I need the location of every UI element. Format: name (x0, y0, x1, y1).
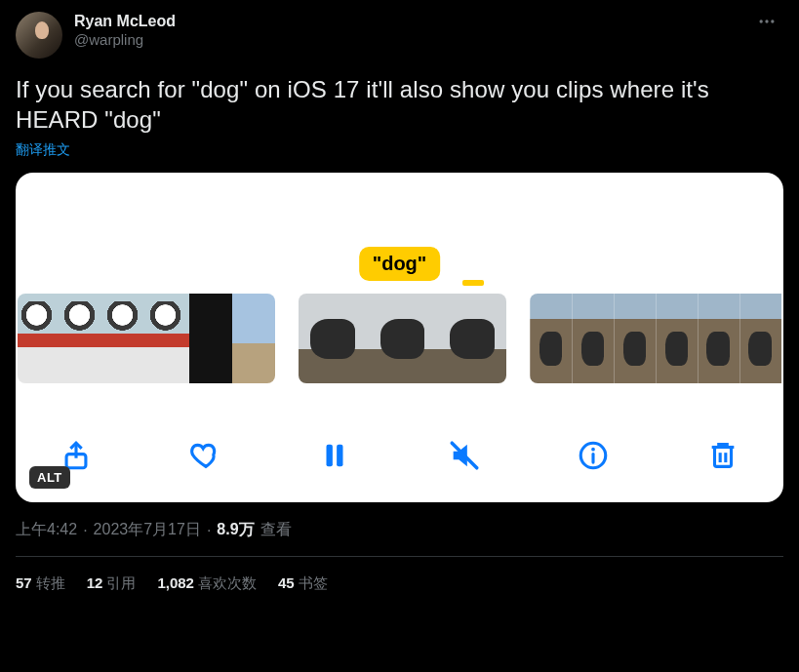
clip-frame (437, 294, 506, 383)
pause-button[interactable] (311, 432, 358, 479)
retweets-label: 转推 (36, 574, 65, 591)
clip-3[interactable] (530, 294, 781, 383)
clip-frame (146, 294, 189, 383)
clip-2[interactable] (299, 294, 507, 383)
quotes-stat[interactable]: 12引用 (87, 574, 137, 593)
quotes-count: 12 (87, 574, 103, 591)
views-count: 8.9万 (217, 520, 254, 540)
alt-badge[interactable]: ALT (29, 466, 70, 489)
clip-frame (368, 294, 437, 383)
svg-point-2 (771, 20, 774, 22)
filmstrip (16, 294, 783, 383)
trash-icon (706, 439, 739, 472)
info-icon (577, 439, 610, 472)
translate-link[interactable]: 翻译推文 (16, 141, 70, 159)
media-toolbar (16, 432, 783, 479)
clip-frame (698, 294, 739, 383)
author-block[interactable]: Ryan McLeod @warpling (74, 12, 739, 50)
more-icon (757, 12, 777, 31)
dot: · (207, 522, 211, 539)
retweets-stat[interactable]: 57转推 (16, 574, 65, 593)
bookmarks-stat[interactable]: 45书签 (278, 574, 328, 593)
clip-frame (572, 294, 614, 383)
clip-frame (614, 294, 656, 383)
svg-point-0 (760, 20, 763, 22)
clip-frame (18, 294, 60, 383)
search-tooltip: "dog" (359, 247, 441, 281)
tweet-text: If you search for "dog" on iOS 17 it'll … (16, 74, 783, 135)
avatar[interactable] (16, 12, 62, 59)
svg-point-1 (765, 20, 768, 22)
tweet-time[interactable]: 上午4:42 (16, 520, 77, 540)
bookmarks-count: 45 (278, 574, 295, 591)
delete-button[interactable] (699, 432, 746, 479)
svg-rect-4 (327, 445, 333, 467)
retweets-count: 57 (16, 574, 32, 591)
clip-frame (189, 294, 232, 383)
svg-rect-10 (714, 448, 731, 467)
tweet-container: Ryan McLeod @warpling If you search for … (0, 0, 799, 593)
dot: · (83, 522, 87, 539)
tweet-header: Ryan McLeod @warpling (16, 12, 783, 59)
handle: @warpling (74, 31, 739, 50)
media-card[interactable]: "dog" (16, 173, 783, 502)
mute-button[interactable] (441, 432, 488, 479)
tweet-date[interactable]: 2023年7月17日 (94, 520, 201, 540)
svg-point-9 (592, 448, 596, 452)
like-button[interactable] (182, 432, 229, 479)
clip-frame (232, 294, 275, 383)
clip-frame (103, 294, 146, 383)
tweet-stats: 57转推 12引用 1,082喜欢次数 45书签 (16, 557, 783, 593)
speaker-muted-icon (448, 439, 481, 472)
tooltip-marker (462, 280, 484, 286)
quotes-label: 引用 (106, 574, 136, 591)
clip-frame (739, 294, 781, 383)
display-name: Ryan McLeod (74, 12, 739, 31)
heart-icon (189, 439, 222, 472)
info-button[interactable] (570, 432, 617, 479)
clip-1[interactable] (18, 294, 275, 383)
likes-label: 喜欢次数 (198, 574, 257, 591)
clip-frame (656, 294, 698, 383)
pause-icon (318, 439, 351, 472)
bookmarks-label: 书签 (299, 574, 328, 591)
clip-frame (530, 294, 572, 383)
likes-stat[interactable]: 1,082喜欢次数 (157, 574, 257, 593)
likes-count: 1,082 (157, 574, 194, 591)
more-button[interactable] (750, 12, 783, 45)
views-label[interactable]: 查看 (260, 520, 292, 540)
svg-rect-5 (337, 445, 342, 467)
clip-frame (60, 294, 103, 383)
clip-frame (299, 294, 368, 383)
tweet-meta: 上午4:42 · 2023年7月17日 · 8.9万 查看 (16, 520, 783, 557)
